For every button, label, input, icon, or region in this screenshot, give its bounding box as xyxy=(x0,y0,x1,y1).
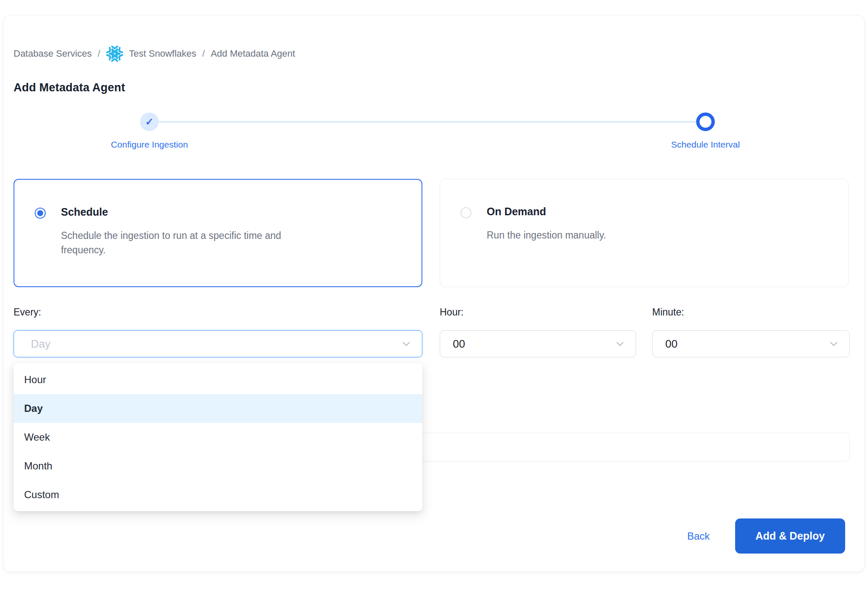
minute-label: Minute: xyxy=(652,307,684,318)
breadcrumb: Database Services / Test Snowflakes / Ad… xyxy=(14,45,295,62)
every-select[interactable]: Day xyxy=(14,330,422,357)
schedule-radio[interactable] xyxy=(35,208,46,219)
step-active-indicator xyxy=(696,112,715,131)
footer-actions: Back Add & Deploy xyxy=(687,518,845,554)
chevron-down-icon xyxy=(829,339,838,348)
snowflake-icon xyxy=(106,45,123,62)
back-button[interactable]: Back xyxy=(687,530,710,542)
dropdown-option-day[interactable]: Day xyxy=(14,394,422,423)
hour-label: Hour: xyxy=(440,307,463,318)
main-panel: Database Services / Test Snowflakes / Ad… xyxy=(3,15,865,572)
step-completed-indicator: ✓ xyxy=(140,112,159,131)
add-deploy-button[interactable]: Add & Deploy xyxy=(735,518,845,554)
every-dropdown-menu: Hour Day Week Month Custom xyxy=(14,363,422,511)
on-demand-option-card[interactable]: On Demand Run the ingestion manually. xyxy=(440,179,849,287)
page-title: Add Metadata Agent xyxy=(14,81,125,94)
chevron-down-icon xyxy=(402,339,411,348)
every-select-value: Day xyxy=(14,337,50,351)
schedule-option-card[interactable]: Schedule Schedule the ingestion to run a… xyxy=(14,179,422,287)
minute-select[interactable]: 00 xyxy=(652,330,850,357)
dropdown-option-week[interactable]: Week xyxy=(14,423,422,452)
minute-select-value: 00 xyxy=(653,337,678,351)
every-label: Every: xyxy=(14,307,41,318)
schedule-option-description: Schedule the ingestion to run at a speci… xyxy=(61,228,306,257)
on-demand-option-title: On Demand xyxy=(487,206,606,218)
breadcrumb-separator: / xyxy=(202,48,205,59)
schedule-option-title: Schedule xyxy=(61,206,306,218)
hour-select-value: 00 xyxy=(440,337,465,351)
step-label-configure-ingestion: Configure Ingestion xyxy=(86,140,213,150)
dropdown-option-custom[interactable]: Custom xyxy=(14,480,422,509)
on-demand-radio[interactable] xyxy=(460,207,471,218)
check-icon: ✓ xyxy=(145,116,154,128)
stepper-connector xyxy=(159,121,696,123)
hour-select[interactable]: 00 xyxy=(440,330,636,357)
step-label-schedule-interval: Schedule Interval xyxy=(642,140,769,150)
dropdown-option-hour[interactable]: Hour xyxy=(14,365,422,394)
on-demand-option-description: Run the ingestion manually. xyxy=(487,228,606,242)
chevron-down-icon xyxy=(615,339,625,348)
breadcrumb-current: Add Metadata Agent xyxy=(211,48,295,59)
breadcrumb-separator: / xyxy=(98,48,100,59)
dropdown-option-month[interactable]: Month xyxy=(14,452,422,480)
breadcrumb-service[interactable]: Test Snowflakes xyxy=(129,48,196,59)
breadcrumb-database-services[interactable]: Database Services xyxy=(14,48,92,59)
